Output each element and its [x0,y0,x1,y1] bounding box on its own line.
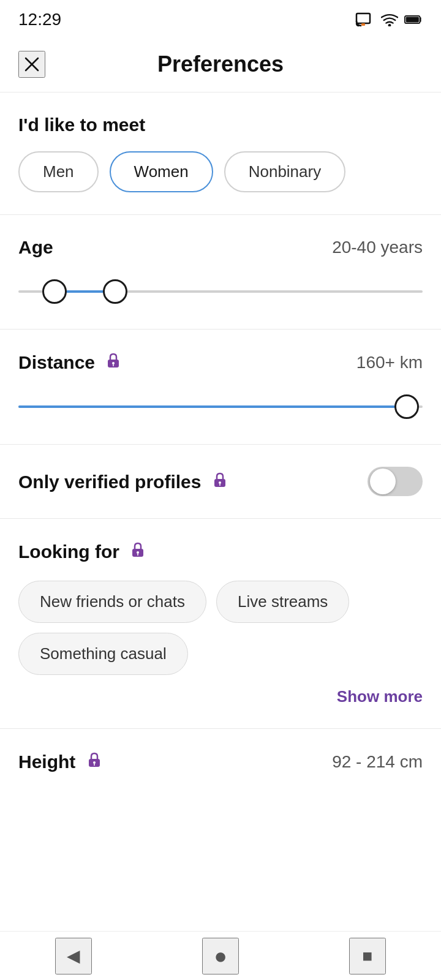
status-icons [355,12,423,27]
looking-for-lock-icon [129,541,146,558]
verified-toggle[interactable] [368,467,423,496]
svg-rect-4 [406,17,419,23]
height-value: 92 - 214 cm [332,752,423,772]
status-time: 12:29 [18,10,61,29]
svg-point-17 [93,761,96,764]
height-header: Height 92 - 214 cm [18,751,423,772]
battery-icon [404,13,423,26]
svg-point-14 [137,551,139,554]
cast-icon [355,12,375,27]
age-header: Age 20-40 years [18,237,423,258]
svg-rect-1 [361,23,365,26]
wifi-icon [381,13,398,26]
recents-button[interactable]: ■ [349,938,386,974]
distance-value: 160+ km [356,353,423,372]
height-label: Height [18,751,103,772]
height-lock-icon [86,751,103,768]
distance-header: Distance 160+ km [18,352,423,373]
back-button[interactable]: ◀ [55,938,92,974]
top-nav: Preferences [0,37,441,92]
age-slider[interactable] [18,276,423,307]
age-label: Age [18,237,53,258]
verified-section: Only verified profiles [0,445,441,518]
page-title: Preferences [157,51,284,77]
tags-container: New friends or chats Live streams Someth… [18,581,423,675]
age-section: Age 20-40 years [0,215,441,329]
distance-slider-thumb[interactable] [394,394,419,419]
gender-btn-women[interactable]: Women [110,151,213,192]
distance-section: Distance 160+ km [0,330,441,444]
verified-toggle-knob [370,469,396,494]
svg-point-2 [388,24,391,26]
close-button[interactable] [18,51,45,78]
age-slider-thumb-min[interactable] [42,279,67,304]
looking-for-label: Looking for [18,541,146,562]
svg-rect-0 [356,13,370,23]
verified-label: Only verified profiles [18,471,228,492]
distance-lock-icon [105,352,122,369]
distance-label: Distance [18,352,122,373]
age-value: 20-40 years [332,238,423,257]
distance-slider-fill [18,405,407,408]
tag-something-casual[interactable]: Something casual [18,633,188,675]
svg-point-11 [219,481,221,484]
looking-for-header: Looking for [18,541,423,562]
meet-section: I'd like to meet Men Women Nonbinary [0,92,441,214]
show-more-row: Show more [18,687,423,706]
gender-btn-nonbinary[interactable]: Nonbinary [224,151,346,192]
home-button[interactable]: ● [202,938,239,974]
distance-slider[interactable] [18,391,423,422]
verified-toggle-container: Only verified profiles [18,467,423,496]
bottom-nav: ◀ ● ■ [0,931,441,980]
verified-lock-icon [211,471,228,488]
height-section: Height 92 - 214 cm [0,729,441,821]
meet-section-title: I'd like to meet [18,115,423,135]
gender-buttons: Men Women Nonbinary [18,151,423,192]
gender-btn-men[interactable]: Men [18,151,99,192]
svg-point-8 [112,362,115,364]
tag-live-streams[interactable]: Live streams [216,581,349,623]
age-slider-thumb-max[interactable] [103,279,127,304]
show-more-button[interactable]: Show more [337,687,423,706]
status-bar: 12:29 [0,0,441,37]
looking-for-section: Looking for New friends or chats Live st… [0,519,441,728]
tag-new-friends[interactable]: New friends or chats [18,581,206,623]
